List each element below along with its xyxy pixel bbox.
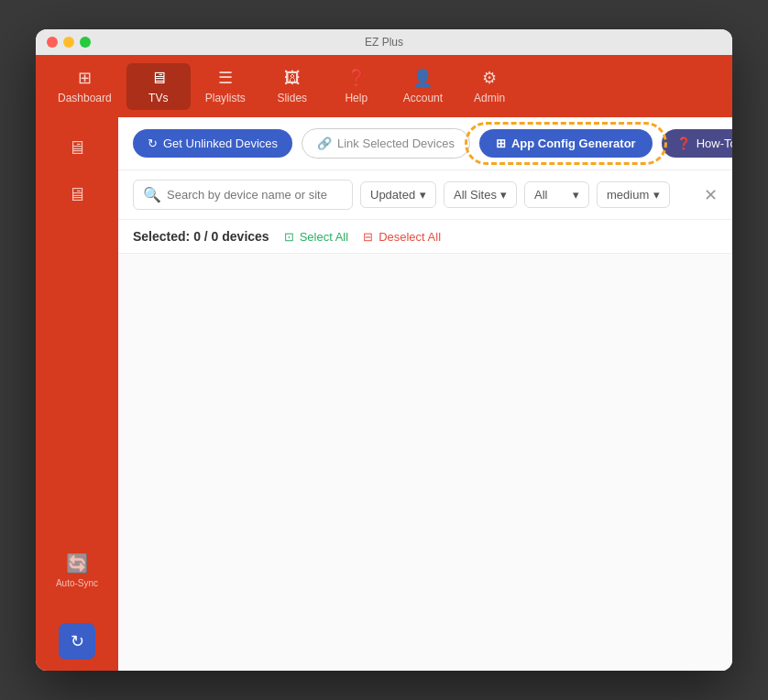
- updated-filter[interactable]: Updated Created Name ▾: [360, 181, 436, 208]
- sidebar-item-auto-sync[interactable]: 🔄 Auto-Sync: [45, 543, 109, 597]
- help-icon: ❓: [346, 68, 367, 88]
- dashboard-icon: ⊞: [78, 68, 92, 88]
- sites-filter[interactable]: All Sites Site A Site B ▾: [444, 181, 517, 208]
- chevron-down-all-icon: ▾: [573, 188, 579, 202]
- sidebar-item-tv2[interactable]: 🖥: [45, 175, 109, 214]
- window-title: EZ Plus: [365, 36, 403, 49]
- select-all-icon: ⊡: [284, 230, 294, 244]
- chevron-down-sites-icon: ▾: [500, 188, 507, 202]
- medium-filter[interactable]: medium small large ▾: [597, 181, 670, 208]
- nav-label-slides: Slides: [277, 92, 307, 104]
- selected-count-label: Selected: 0 / 0 devices: [133, 229, 269, 244]
- refresh-button[interactable]: ↻: [59, 623, 95, 660]
- nav-label-dashboard: Dashboard: [58, 92, 112, 104]
- link-selected-label: Link Selected Devices: [337, 137, 455, 150]
- nav-label-tvs: TVs: [148, 92, 168, 104]
- app-body: 🖥 🖥 🔄 Auto-Sync ↻ ↻ Get Unlinked Devices: [36, 117, 732, 671]
- how-to-icon: ❓: [676, 137, 691, 150]
- nav-item-dashboard[interactable]: ⊞ Dashboard: [43, 62, 126, 110]
- nav-label-account: Account: [403, 92, 443, 104]
- search-box[interactable]: 🔍: [133, 180, 353, 210]
- all-filter[interactable]: All Online Offline ▾: [524, 181, 589, 208]
- maximize-traffic-light[interactable]: [80, 37, 91, 48]
- sites-select[interactable]: All Sites Site A Site B: [454, 188, 497, 202]
- close-filter-button[interactable]: ✕: [704, 185, 718, 205]
- get-unlinked-icon: ↻: [148, 137, 158, 150]
- get-unlinked-button[interactable]: ↻ Get Unlinked Devices: [133, 129, 292, 158]
- how-to-button[interactable]: ❓ How-To: [662, 129, 732, 158]
- app-config-label: App Config Generator: [511, 137, 636, 150]
- nav-label-admin: Admin: [474, 92, 505, 104]
- device-list-area: [118, 254, 732, 671]
- title-bar: EZ Plus: [36, 29, 732, 55]
- top-nav: ⊞ Dashboard 🖥 TVs ☰ Playlists 🖼 Slides ❓…: [36, 55, 732, 117]
- account-icon: 👤: [412, 68, 433, 88]
- auto-sync-label: Auto-Sync: [56, 578, 98, 588]
- content-bar: Selected: 0 / 0 devices ⊡ Select All ⊟ D…: [118, 220, 732, 254]
- minimize-traffic-light[interactable]: [63, 37, 74, 48]
- toolbar: ↻ Get Unlinked Devices 🔗 Link Selected D…: [118, 117, 732, 170]
- tv2-icon: 🖥: [68, 184, 86, 205]
- nav-item-help[interactable]: ❓ Help: [324, 62, 389, 110]
- updated-select[interactable]: Updated Created Name: [370, 188, 416, 202]
- deselect-all-button[interactable]: ⊟ Deselect All: [363, 230, 441, 244]
- nav-item-admin[interactable]: ⚙ Admin: [457, 62, 521, 110]
- auto-sync-icon: 🔄: [66, 552, 89, 574]
- link-selected-button[interactable]: 🔗 Link Selected Devices: [302, 128, 470, 159]
- nav-item-slides[interactable]: 🖼 Slides: [260, 63, 324, 110]
- search-input[interactable]: [167, 188, 332, 202]
- main-content: ↻ Get Unlinked Devices 🔗 Link Selected D…: [118, 117, 732, 671]
- filter-bar: 🔍 Updated Created Name ▾ All Sites Site …: [118, 170, 732, 220]
- traffic-lights: [47, 37, 91, 48]
- get-unlinked-label: Get Unlinked Devices: [163, 137, 278, 150]
- app-config-button[interactable]: ⊞ App Config Generator: [479, 129, 653, 158]
- sidebar: 🖥 🖥 🔄 Auto-Sync ↻: [36, 117, 118, 671]
- chevron-down-medium-icon: ▾: [653, 188, 660, 202]
- app-config-highlight: ⊞ App Config Generator: [479, 129, 653, 158]
- nav-label-playlists: Playlists: [205, 92, 246, 104]
- chevron-down-icon: ▾: [420, 188, 426, 202]
- medium-select[interactable]: medium small large: [607, 188, 650, 202]
- nav-item-playlists[interactable]: ☰ Playlists: [191, 62, 260, 110]
- playlists-icon: ☰: [218, 68, 233, 88]
- how-to-label: How-To: [697, 137, 732, 150]
- deselect-all-icon: ⊟: [363, 230, 373, 244]
- select-all-label: Select All: [300, 230, 348, 244]
- app-config-icon: ⊞: [496, 137, 506, 150]
- select-all-button[interactable]: ⊡ Select All: [284, 230, 348, 244]
- sidebar-item-tv1[interactable]: 🖥: [45, 128, 109, 168]
- tvs-icon: 🖥: [150, 69, 167, 88]
- nav-item-account[interactable]: 👤 Account: [389, 62, 457, 110]
- link-icon: 🔗: [317, 137, 332, 150]
- nav-label-help: Help: [345, 92, 368, 104]
- all-select[interactable]: All Online Offline: [534, 188, 569, 202]
- deselect-all-label: Deselect All: [379, 230, 441, 244]
- close-icon: ✕: [704, 186, 718, 204]
- close-traffic-light[interactable]: [47, 37, 58, 48]
- slides-icon: 🖼: [284, 69, 301, 88]
- nav-item-tvs[interactable]: 🖥 TVs: [126, 63, 191, 110]
- app-window: EZ Plus ⊞ Dashboard 🖥 TVs ☰ Playlists 🖼 …: [36, 29, 732, 671]
- tv1-icon: 🖥: [68, 137, 86, 159]
- admin-icon: ⚙: [482, 68, 497, 88]
- search-icon: 🔍: [143, 186, 161, 203]
- refresh-icon: ↻: [71, 631, 84, 651]
